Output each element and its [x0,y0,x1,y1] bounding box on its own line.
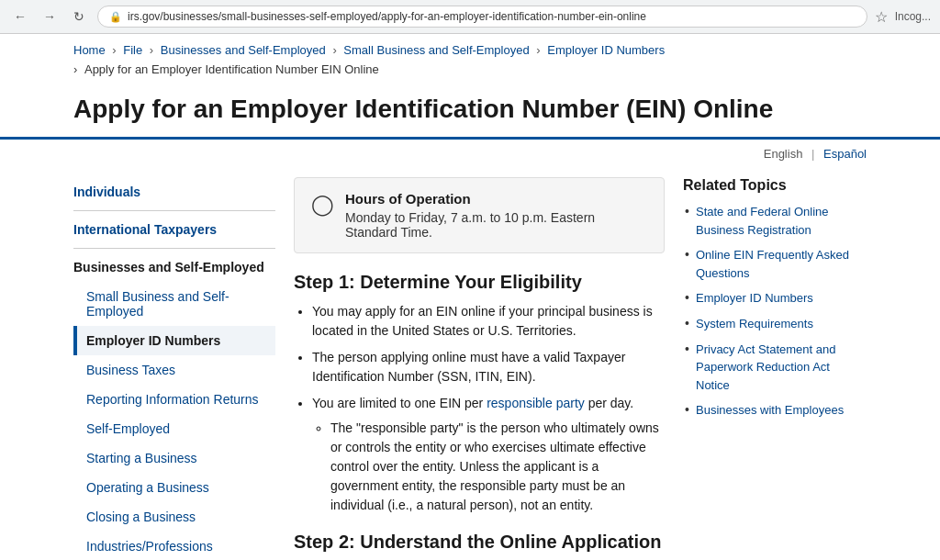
sidebar-item-reporting[interactable]: Reporting Information Returns [73,385,275,414]
address-bar[interactable]: 🔒 irs.gov/businesses/small-businesses-se… [97,6,867,28]
related-item-6: Businesses with Employees [683,401,867,420]
bookmark-button[interactable]: ☆ [875,8,888,26]
clock-icon: ◯ [311,193,334,217]
reload-button[interactable]: ↻ [68,6,90,28]
responsible-party-link[interactable]: responsible party [487,396,585,410]
related-topics-list: State and Federal Online Business Regist… [683,203,867,420]
sidebar-item-individuals[interactable]: Individuals [73,177,275,207]
back-button[interactable]: ← [9,6,31,28]
language-alternate[interactable]: Español [823,147,867,161]
page-title-section: Apply for an Employer Identification Num… [0,85,940,140]
step1-bullet-3: You are limited to one EIN per responsib… [312,394,665,515]
language-bar: English | Español [0,140,940,168]
related-item-4: System Requirements [683,315,867,333]
related-link-3[interactable]: Employer ID Numbers [696,291,813,305]
breadcrumb-home[interactable]: Home [73,43,106,57]
hours-info: Hours of Operation Monday to Friday, 7 a… [345,191,647,240]
related-link-1[interactable]: State and Federal Online Business Regist… [696,205,829,237]
sidebar-item-businesses[interactable]: Businesses and Self-Employed [73,252,275,282]
breadcrumb: Home › File › Businesses and Self-Employ… [0,34,940,61]
language-separator: | [811,147,814,161]
sidebar-item-starting-business[interactable]: Starting a Business [73,443,275,473]
browser-chrome: ← → ↻ 🔒 irs.gov/businesses/small-busines… [0,0,940,34]
hours-text: Monday to Friday, 7 a.m. to 10 p.m. East… [345,210,647,240]
main-content: ◯ Hours of Operation Monday to Friday, 7… [294,168,665,560]
sidebar: Individuals International Taxpayers Busi… [73,168,275,560]
lock-icon: 🔒 [109,11,122,23]
url-text: irs.gov/businesses/small-businesses-self… [128,10,856,23]
main-layout: Individuals International Taxpayers Busi… [0,168,940,560]
sidebar-item-business-taxes[interactable]: Business Taxes [73,355,275,385]
sidebar-item-self-employed[interactable]: Self-Employed [73,414,275,443]
related-link-6[interactable]: Businesses with Employees [696,403,844,417]
related-item-5: Privacy Act Statement and Paperwork Redu… [683,341,867,395]
sidebar-item-operating-business[interactable]: Operating a Business [73,473,275,502]
step1-bullets: You may apply for an EIN online if your … [312,302,665,515]
sidebar-item-international[interactable]: International Taxpayers [73,215,275,244]
related-topics-title: Related Topics [683,177,867,194]
incognito-label: Incog... [895,10,931,23]
step1-sub-bullets: The "responsible party" is the person wh… [330,419,665,515]
related-link-2[interactable]: Online EIN Frequently Asked Questions [696,248,849,280]
breadcrumb-current: › Apply for an Employer Identification N… [0,61,940,85]
page-content: Home › File › Businesses and Self-Employ… [0,34,940,560]
step1-bullet-1: You may apply for an EIN online if your … [312,302,665,341]
sidebar-item-employer-id[interactable]: Employer ID Numbers [73,326,275,355]
related-item-2: Online EIN Frequently Asked Questions [683,246,867,282]
hours-title: Hours of Operation [345,191,647,207]
related-link-4[interactable]: System Requirements [696,317,813,330]
step1-heading: Step 1: Determine Your Eligibility [294,272,665,293]
hours-box: ◯ Hours of Operation Monday to Friday, 7… [294,177,665,253]
breadcrumb-file[interactable]: File [123,43,142,57]
sidebar-item-small-business[interactable]: Small Business and Self-Employed [73,282,275,326]
breadcrumb-businesses[interactable]: Businesses and Self-Employed [161,43,326,57]
step2-heading: Step 2: Understand the Online Applicatio… [294,532,665,553]
page-title: Apply for an Employer Identification Num… [73,95,867,137]
breadcrumb-employer-id[interactable]: Employer ID Numbers [547,43,665,57]
step1-bullet-2: The person applying online must have a v… [312,348,665,386]
breadcrumb-small-business[interactable]: Small Business and Self-Employed [343,43,529,57]
right-column: Related Topics State and Federal Online … [683,168,867,560]
related-item-3: Employer ID Numbers [683,289,867,308]
step1-sub-bullet-1: The "responsible party" is the person wh… [330,419,665,515]
forward-button[interactable]: → [39,6,61,28]
language-current: English [764,147,803,161]
related-link-5[interactable]: Privacy Act Statement and Paperwork Redu… [696,342,835,392]
sidebar-item-closing-business[interactable]: Closing a Business [73,502,275,532]
sidebar-item-industries[interactable]: Industries/Professions [73,532,275,560]
related-item-1: State and Federal Online Business Regist… [683,203,867,239]
current-page-label: Apply for an Employer Identification Num… [84,62,379,76]
